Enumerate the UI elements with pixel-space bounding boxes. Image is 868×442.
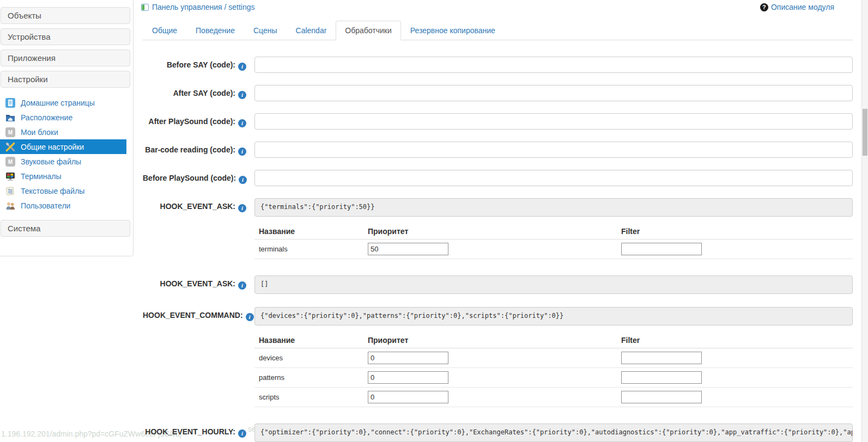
info-icon[interactable]: i [238, 281, 246, 290]
hook-section-ask: HOOK_EVENT_ASK:i {"terminals":{"priority… [143, 198, 853, 259]
field-label: After SAY (code):i [143, 85, 246, 101]
sidebar-item-label: Мои блоки [21, 128, 58, 137]
field-label: HOOK_EVENT_HOURLY:i [143, 423, 246, 440]
field-label: Bar-code reading (code):i [143, 142, 246, 158]
sidebar-section-devices[interactable]: Устройства [1, 28, 130, 45]
tab-behavior[interactable]: Поведение [186, 21, 244, 40]
sidebar-item-sound-files[interactable]: M Звуковые файлы [0, 154, 126, 169]
tab-handlers[interactable]: Обработчики [336, 21, 400, 40]
sidebar-item-label: Расположение [21, 113, 72, 122]
info-icon[interactable]: i [238, 429, 246, 438]
field-label: After PlaySound (code):i [143, 113, 246, 130]
hook-table: Название Приоритет Filter terminals [254, 223, 853, 259]
sidebar-item-label: Пользователи [21, 201, 70, 210]
sidebar-item-label: Общие настройки [21, 143, 84, 151]
tab-scenes[interactable]: Сцены [244, 21, 287, 40]
sidebar-item-label: Домашние страницы [21, 99, 95, 107]
hook-section-hourly: HOOK_EVENT_HOURLY:i {"optimizer":{"prior… [143, 423, 853, 442]
field-label: HOOK_EVENT_ASK:i [143, 198, 246, 214]
priority-input[interactable] [368, 352, 448, 364]
folder-home-icon [5, 113, 15, 122]
info-icon[interactable]: i [246, 313, 254, 321]
hook-json-readonly: {"terminals":{"priority":50}} [254, 198, 853, 217]
after-playsound-input[interactable] [254, 113, 853, 130]
before-playsound-input[interactable] [254, 170, 853, 186]
sidebar-item-label: Звуковые файлы [21, 157, 81, 166]
hook-section-ask-2: HOOK_EVENT_ASK:i [] [143, 275, 853, 294]
sidebar: Объекты Устройства Приложения Настройки … [0, 0, 133, 256]
hook-section-command: HOOK_EVENT_COMMAND:i {"devices":{"priori… [143, 307, 853, 407]
vertical-scrollbar[interactable] [861, 0, 868, 442]
hook-name: devices [254, 354, 368, 362]
table-row: terminals [254, 240, 853, 259]
sidebar-section-settings[interactable]: Настройки [1, 71, 130, 88]
hook-name: scripts [254, 393, 368, 401]
filter-input[interactable] [621, 243, 702, 255]
field-label: HOOK_EVENT_ASK:i [143, 275, 246, 292]
sidebar-section-objects[interactable]: Объекты [1, 7, 130, 24]
after-say-input[interactable] [254, 85, 853, 101]
sidebar-section-applications[interactable]: Приложения [1, 50, 130, 66]
module-icon: M [5, 157, 15, 167]
sidebar-item-general-settings[interactable]: Общие настройки [0, 139, 126, 154]
priority-input[interactable] [368, 243, 448, 255]
info-icon[interactable]: i [238, 119, 246, 127]
terminal-icon [5, 171, 15, 181]
hook-json-readonly: {"optimizer":{"priority":0},"connect":{"… [254, 423, 853, 442]
field-label: Before SAY (code):i [143, 57, 246, 73]
sidebar-item-label: Терминалы [21, 172, 62, 181]
admin-settings-page: 1.196.192.201/admin.php?pd=cGFuZWw6e2Fjd… [0, 0, 868, 442]
field-row: Before SAY (code):i [143, 57, 853, 73]
tab-backup[interactable]: Резервное копирование [401, 21, 505, 40]
sidebar-item-label: Текстовые файлы [21, 187, 84, 195]
svg-text:M: M [8, 130, 13, 136]
tab-bar: Общие Поведение Сцены Calendar Обработчи… [143, 21, 853, 40]
before-say-input[interactable] [254, 57, 853, 73]
barcode-reading-input[interactable] [254, 142, 853, 158]
settings-items-list: Домашние страницы Расположение M Мои бло… [0, 95, 133, 213]
handlers-form: Before SAY (code):i After SAY (code):i A… [143, 42, 853, 442]
filter-input[interactable] [621, 352, 702, 364]
hook-name: patterns [254, 373, 368, 382]
filter-input[interactable] [621, 391, 702, 403]
document-icon [5, 98, 15, 108]
sidebar-item-text-files[interactable]: Текстовые файлы [0, 183, 126, 198]
info-icon[interactable]: i [238, 204, 246, 212]
info-icon[interactable]: i [238, 148, 246, 156]
scrollbar-thumb[interactable] [863, 109, 867, 156]
panel-icon [141, 4, 149, 11]
field-row: Bar-code reading (code):i [143, 142, 853, 158]
hook-table-header: Название Приоритет Filter [254, 332, 853, 348]
svg-text:M: M [8, 159, 13, 165]
sidebar-item-location[interactable]: Расположение [0, 110, 126, 125]
info-icon[interactable]: i [238, 91, 246, 99]
question-icon: ? [760, 3, 768, 11]
module-description-link[interactable]: ? Описание модуля [760, 3, 834, 11]
text-files-icon [5, 186, 15, 196]
table-row: scripts [254, 388, 853, 407]
module-description-label: Описание модуля [771, 3, 834, 11]
priority-input[interactable] [368, 391, 448, 403]
info-icon[interactable]: i [238, 63, 246, 71]
info-icon[interactable]: i [239, 176, 247, 184]
filter-input[interactable] [621, 371, 702, 384]
sidebar-item-home-pages[interactable]: Домашние страницы [0, 95, 126, 110]
hook-json-readonly: {"devices":{"priority":0},"patterns":{"p… [254, 307, 853, 326]
module-icon: M [5, 127, 15, 137]
sidebar-item-my-blocks[interactable]: M Мои блоки [0, 125, 126, 139]
breadcrumb[interactable]: Панель управления / settings [141, 3, 255, 11]
sidebar-section-system[interactable]: Система [1, 220, 130, 237]
tab-general[interactable]: Общие [143, 21, 186, 40]
priority-input[interactable] [368, 371, 448, 384]
tab-calendar[interactable]: Calendar [287, 21, 336, 40]
tools-icon [5, 142, 15, 152]
sidebar-item-users[interactable]: Пользователи [0, 198, 126, 213]
field-label: Before PlaySound (code):i [143, 170, 246, 186]
hook-table: Название Приоритет Filter devices patter… [254, 332, 853, 407]
hook-json-readonly: [] [254, 275, 853, 294]
sidebar-item-terminals[interactable]: Терминалы [0, 169, 126, 183]
field-label: HOOK_EVENT_COMMAND:i [143, 307, 246, 323]
field-row: Before PlaySound (code):i [143, 170, 853, 186]
hook-table-header: Название Приоритет Filter [254, 223, 853, 240]
hook-name: terminals [254, 245, 368, 253]
